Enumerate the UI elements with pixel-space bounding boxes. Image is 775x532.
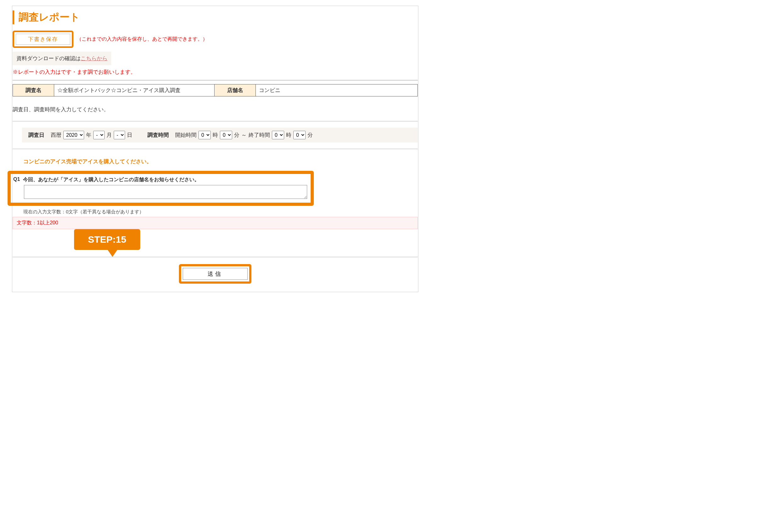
month-select[interactable]: - xyxy=(93,131,105,139)
save-note: （これまでの入力内容を保存し、あとで再開できます。） xyxy=(77,36,208,43)
end-min-select[interactable]: 0 xyxy=(293,131,305,139)
min-suffix-1: 分 xyxy=(234,131,239,139)
min-suffix-2: 分 xyxy=(307,131,313,139)
submit-highlight: 送信 xyxy=(179,264,251,284)
year-suffix: 年 xyxy=(86,131,91,139)
day-suffix: 日 xyxy=(127,131,132,139)
store-name-value: コンビニ xyxy=(256,84,418,96)
draft-row: 下書き保存 （これまでの入力内容を保存し、あとで再開できます。） xyxy=(13,31,418,48)
char-count-now: 現在の入力文字数：0文字（若干異なる場合があります） xyxy=(23,209,418,215)
q1-highlight: Q1 今回、あなたが「アイス」を購入したコンビニの店舗名をお知らせください。 xyxy=(8,171,314,206)
start-hour-select[interactable]: 0 xyxy=(198,131,211,139)
char-limit-note: 文字数：1以上200 xyxy=(13,217,418,229)
draft-save-highlight: 下書き保存 xyxy=(13,31,73,48)
download-link[interactable]: こちらから xyxy=(81,55,107,61)
date-inner: 調査日 西暦 2020 年 - 月 - 日 調査時間 開始時間 0 時 0 分 … xyxy=(22,128,418,142)
q1-text: 今回、あなたが「アイス」を購入したコンビニの店舗名をお知らせください。 xyxy=(23,176,199,183)
report-warning: ※レポートの入力はです・ます調でお願いします。 xyxy=(13,68,418,76)
store-name-label: 店舗名 xyxy=(214,84,256,96)
q1-no: Q1 xyxy=(13,176,20,183)
q1-label-row: Q1 今回、あなたが「アイス」を購入したコンビニの店舗名をお知らせください。 xyxy=(13,176,306,183)
step-badge: STEP:15 xyxy=(74,229,140,250)
year-select[interactable]: 2020 xyxy=(63,131,84,139)
survey-name-label: 調査名 xyxy=(13,84,54,96)
download-box: 資料ダウンロードの確認はこちらから xyxy=(13,52,111,65)
draft-save-button[interactable]: 下書き保存 xyxy=(16,34,70,45)
start-time-label: 開始時間 xyxy=(175,131,197,139)
q1-answer-input[interactable] xyxy=(24,185,307,199)
era-label: 西暦 xyxy=(51,131,61,139)
start-min-select[interactable]: 0 xyxy=(220,131,232,139)
download-prefix: 資料ダウンロードの確認は xyxy=(16,55,81,61)
datetime-instruction: 調査日、調査時間を入力してください。 xyxy=(13,106,418,113)
date-section: 調査日 西暦 2020 年 - 月 - 日 調査時間 開始時間 0 時 0 分 … xyxy=(13,121,418,149)
header-row: 調査レポート xyxy=(13,10,418,24)
time-separator: ～ xyxy=(241,131,247,139)
survey-info-table: 調査名 ☆全額ポイントバック☆コンビニ・アイス購入調査 店舗名 コンビニ xyxy=(13,84,418,96)
page-title: 調査レポート xyxy=(19,10,418,24)
time-label: 調査時間 xyxy=(145,131,173,139)
hour-suffix-2: 時 xyxy=(286,131,291,139)
step-container: STEP:15 xyxy=(13,229,418,250)
date-label: 調査日 xyxy=(26,131,49,139)
purchase-instruction: コンビニのアイス売場でアイスを購入してください。 xyxy=(23,158,418,165)
submit-button[interactable]: 送信 xyxy=(183,268,248,280)
end-hour-select[interactable]: 0 xyxy=(272,131,284,139)
end-time-label: 終了時間 xyxy=(248,131,270,139)
hour-suffix-1: 時 xyxy=(213,131,218,139)
separator xyxy=(13,80,418,80)
day-select[interactable]: - xyxy=(114,131,125,139)
month-suffix: 月 xyxy=(106,131,112,139)
survey-name-value: ☆全額ポイントバック☆コンビニ・アイス購入調査 xyxy=(54,84,214,96)
submit-row: 送信 xyxy=(13,257,418,292)
